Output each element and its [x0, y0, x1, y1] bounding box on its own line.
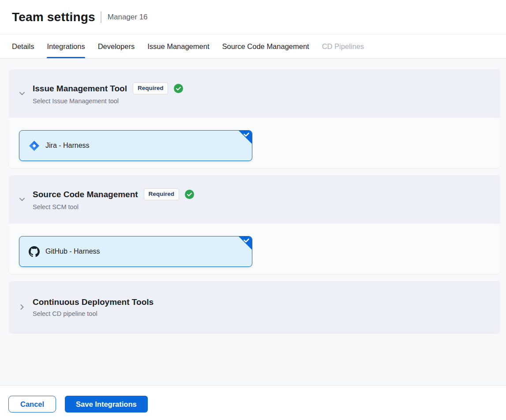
chevron-down-icon[interactable] [18, 195, 26, 204]
tab-source-code-management[interactable]: Source Code Management [222, 34, 309, 58]
section-subtitle: Select Issue Management tool [33, 98, 183, 105]
tab-cd-pipelines[interactable]: CD Pipelines [322, 34, 364, 58]
github-icon [29, 246, 40, 257]
chevron-right-icon[interactable] [18, 303, 26, 311]
section-subtitle: Select CD pipeline tool [33, 310, 154, 317]
title-divider [101, 11, 101, 23]
tab-bar: Details Integrations Developers Issue Ma… [0, 34, 506, 59]
jira-icon [29, 140, 40, 151]
selected-check-icon [239, 131, 252, 144]
chevron-down-icon[interactable] [18, 89, 26, 98]
section-scm-body: GitHub - Harness [9, 224, 500, 274]
check-circle-icon [185, 190, 194, 199]
required-badge: Required [133, 82, 169, 94]
page-title: Team settings [12, 10, 95, 24]
tab-developers[interactable]: Developers [98, 34, 135, 58]
cancel-button[interactable]: Cancel [8, 396, 56, 412]
tab-integrations[interactable]: Integrations [47, 34, 85, 58]
section-subtitle: Select SCM tool [33, 203, 194, 210]
footer-actions: Cancel Save Integrations [0, 385, 506, 420]
option-github-harness[interactable]: GitHub - Harness [19, 236, 252, 267]
integrations-panel: Issue Management Tool Required Select Is… [0, 59, 506, 385]
option-jira-harness[interactable]: Jira - Harness [19, 130, 252, 161]
option-label: Jira - Harness [45, 142, 90, 150]
save-integrations-button[interactable]: Save Integrations [65, 396, 148, 412]
section-title: Continuous Deployment Tools [33, 297, 154, 307]
tab-details[interactable]: Details [12, 34, 34, 58]
section-cd-header[interactable]: Continuous Deployment Tools Select CD pi… [9, 281, 500, 333]
section-title: Source Code Management [33, 190, 138, 199]
option-label: GitHub - Harness [45, 248, 100, 255]
tab-issue-management[interactable]: Issue Management [147, 34, 209, 58]
check-circle-icon [174, 84, 183, 93]
section-source-code-management: Source Code Management Required Select S… [9, 175, 500, 274]
section-issue-management-body: Jira - Harness [9, 118, 500, 168]
section-issue-management-tool: Issue Management Tool Required Select Is… [9, 69, 500, 168]
selected-check-icon [239, 236, 252, 250]
section-title: Issue Management Tool [33, 84, 127, 94]
required-badge: Required [144, 188, 180, 200]
section-issue-management-header[interactable]: Issue Management Tool Required Select Is… [9, 69, 500, 118]
page-subtitle: Manager 16 [108, 13, 148, 22]
section-scm-header[interactable]: Source Code Management Required Select S… [9, 175, 500, 224]
section-continuous-deployment-tools: Continuous Deployment Tools Select CD pi… [9, 281, 500, 333]
page-header: Team settings Manager 16 [0, 0, 506, 34]
